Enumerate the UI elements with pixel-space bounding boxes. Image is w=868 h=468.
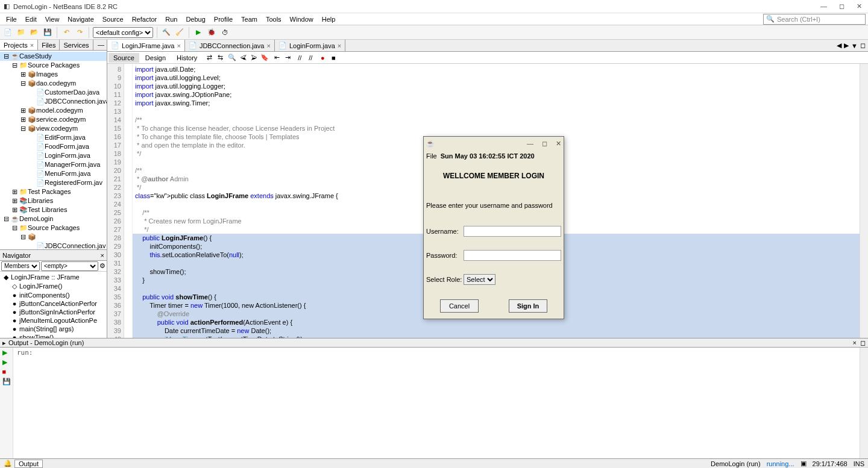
- nav-node[interactable]: ●jButtonSignInActionPerfor: [0, 308, 107, 316]
- stop-icon[interactable]: ■: [2, 368, 11, 376]
- progress-icon[interactable]: ▣: [800, 460, 807, 467]
- shift-left-icon[interactable]: ⇤: [272, 53, 281, 63]
- menu-debug[interactable]: Debug: [182, 14, 209, 24]
- clean-build-icon[interactable]: 🧹: [174, 27, 185, 38]
- nav-node[interactable]: ●jButtonCancelActionPerfor: [0, 299, 107, 308]
- role-select[interactable]: Select: [464, 274, 495, 285]
- tree-node[interactable]: 📄CustomerDao.java: [0, 88, 107, 97]
- close-icon[interactable]: ×: [30, 42, 34, 49]
- search-input[interactable]: 🔍 Search (Ctrl+I): [763, 14, 866, 25]
- comment-icon[interactable]: //: [295, 53, 304, 63]
- new-file-icon[interactable]: 📄: [2, 27, 13, 38]
- tree-node[interactable]: ⊟📁Source Packages: [0, 223, 107, 232]
- tab-list-icon[interactable]: ▼: [851, 42, 858, 49]
- signin-button[interactable]: Sign In: [509, 299, 547, 313]
- cancel-button[interactable]: Cancel: [440, 299, 479, 313]
- tree-node[interactable]: ⊞📦service.codegym: [0, 115, 107, 124]
- tree-node[interactable]: ⊟☕DemoLogin: [0, 214, 107, 223]
- subtab-source[interactable]: Source: [108, 53, 139, 63]
- output-tab-button[interactable]: Output: [14, 460, 43, 468]
- close-icon[interactable]: ×: [177, 42, 180, 49]
- new-project-icon[interactable]: 📁: [16, 27, 27, 38]
- prev-tab-icon[interactable]: ◀: [837, 42, 841, 49]
- undo-icon[interactable]: ↶: [61, 27, 72, 38]
- tree-node[interactable]: 📄MenuForm.java: [0, 169, 107, 178]
- tree-node[interactable]: ⊟📦: [0, 232, 107, 242]
- record-icon[interactable]: ●: [318, 53, 327, 63]
- tree-node[interactable]: 📄JDBCConnection.java: [0, 97, 107, 106]
- file-tab-loginform[interactable]: 📄LoginForm.java×: [275, 40, 345, 51]
- debug-icon[interactable]: 🐞: [206, 27, 217, 38]
- minimize-panel-icon[interactable]: —: [95, 40, 107, 50]
- tree-node[interactable]: 📄ManagerForm.java: [0, 160, 107, 169]
- config-select[interactable]: <default config>: [93, 27, 153, 38]
- maximize-editor-icon[interactable]: ◻: [860, 42, 866, 49]
- editor-nav2-icon[interactable]: ⇆: [215, 53, 225, 63]
- menu-window[interactable]: Window: [286, 14, 317, 24]
- save-all-icon[interactable]: 💾: [42, 27, 53, 38]
- close-icon[interactable]: ✕: [857, 2, 862, 10]
- tree-node[interactable]: 📄RegisteredForm.jav: [0, 178, 107, 187]
- tab-services[interactable]: Services: [60, 40, 93, 50]
- next-tab-icon[interactable]: ▶: [844, 42, 849, 49]
- minimize-icon[interactable]: —: [820, 2, 827, 10]
- tree-node[interactable]: ⊞📦model.codegym: [0, 106, 107, 115]
- bookmark-icon[interactable]: 🔖: [260, 53, 269, 63]
- project-tree[interactable]: ⊟☕CaseStudy⊟📁Source Packages⊞📦Images⊟📦da…: [0, 51, 107, 249]
- maximize-icon[interactable]: ◻: [542, 140, 547, 148]
- next-icon[interactable]: ⮚: [249, 53, 259, 63]
- username-field[interactable]: [464, 226, 561, 237]
- stop-icon[interactable]: ■: [329, 53, 338, 63]
- find-icon[interactable]: 🔍: [227, 53, 237, 63]
- subtab-design[interactable]: Design: [140, 53, 171, 63]
- prev-icon[interactable]: ⮘: [238, 53, 248, 63]
- tree-node[interactable]: ⊟📦dao.codegym: [0, 79, 107, 88]
- navigator-tree[interactable]: ◆LoginJFrame :: JFrame◇LoginJFrame()●ini…: [0, 272, 107, 338]
- nav-node[interactable]: ◇LoginJFrame(): [0, 282, 107, 291]
- file-tab-loginjframe[interactable]: 📄LoginJFrame.java×: [107, 40, 185, 51]
- menu-view[interactable]: View: [42, 14, 63, 24]
- tab-projects[interactable]: Projects×: [0, 40, 38, 50]
- subtab-history[interactable]: History: [172, 53, 202, 63]
- rerun2-icon[interactable]: ▶: [2, 358, 11, 367]
- menu-help[interactable]: Help: [318, 14, 339, 24]
- menu-refactor[interactable]: Refactor: [128, 14, 161, 24]
- tree-node[interactable]: 📄JDBCConnection.jav: [0, 242, 107, 249]
- minimize-icon[interactable]: —: [527, 140, 533, 148]
- tree-node[interactable]: ⊞📚Libraries: [0, 196, 107, 205]
- scrollbar-vertical[interactable]: [860, 348, 868, 458]
- redo-icon[interactable]: ↷: [74, 27, 85, 38]
- menu-source[interactable]: Source: [99, 14, 127, 24]
- tree-node[interactable]: 📄FoodForm.java: [0, 142, 107, 151]
- run-icon[interactable]: ▶: [193, 27, 204, 38]
- tree-node[interactable]: ⊞📁Test Packages: [0, 187, 107, 196]
- file-tab-jdbcconnection[interactable]: 📄JDBCConnection.java×: [185, 40, 275, 51]
- maximize-icon[interactable]: ◻: [860, 339, 866, 347]
- menu-file[interactable]: File: [2, 14, 20, 24]
- menu-team[interactable]: Team: [237, 14, 261, 24]
- uncomment-icon[interactable]: /‌/: [306, 53, 315, 63]
- profile-icon[interactable]: ⏱: [219, 27, 230, 38]
- empty-select[interactable]: <empty>: [41, 261, 98, 271]
- close-icon[interactable]: ×: [853, 339, 857, 346]
- build-icon[interactable]: 🔨: [161, 27, 172, 38]
- rerun-icon[interactable]: ▶: [2, 349, 11, 357]
- editor-nav-icon[interactable]: ⇄: [204, 53, 214, 63]
- tree-node[interactable]: 📄LoginForm.java: [0, 151, 107, 160]
- maximize-icon[interactable]: ◻: [839, 2, 844, 10]
- menu-navigate[interactable]: Navigate: [64, 14, 97, 24]
- menu-edit[interactable]: Edit: [22, 14, 40, 24]
- close-icon[interactable]: ×: [267, 42, 271, 49]
- dialog-titlebar[interactable]: ☕ — ◻ ✕: [424, 137, 564, 150]
- open-icon[interactable]: 📂: [29, 27, 40, 38]
- menu-run[interactable]: Run: [162, 14, 181, 24]
- close-icon[interactable]: ✕: [556, 140, 561, 148]
- filter-icon[interactable]: ⚙: [99, 262, 105, 270]
- tree-node[interactable]: ⊟📦view.codegym: [0, 124, 107, 133]
- dialog-menu-file[interactable]: File: [426, 152, 437, 160]
- tree-node[interactable]: 📄EditForm.java: [0, 133, 107, 142]
- menu-profile[interactable]: Profile: [210, 14, 236, 24]
- nav-node[interactable]: ●initComponents(): [0, 291, 107, 299]
- save-icon[interactable]: 💾: [2, 378, 11, 386]
- menu-tools[interactable]: Tools: [262, 14, 285, 24]
